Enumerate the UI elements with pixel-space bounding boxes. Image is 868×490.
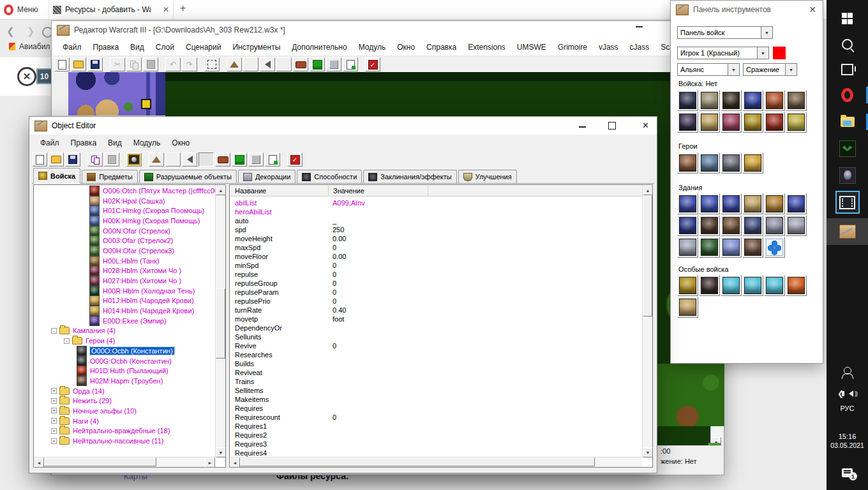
property-row[interactable]: Requires — [230, 405, 642, 413]
scroll-left-icon[interactable]: ◄ — [34, 457, 44, 468]
tab-Предметы[interactable]: Предметы — [82, 170, 138, 183]
menu-Extensions[interactable]: Extensions — [462, 43, 511, 52]
chevron-down-icon[interactable]: ▼ — [728, 64, 739, 75]
scroll-down-icon[interactable]: ▼ — [643, 447, 653, 457]
notification-button[interactable]: 1 — [827, 463, 868, 482]
expand-icon[interactable]: + — [51, 428, 57, 434]
face-button[interactable] — [310, 57, 325, 71]
special-unit-button[interactable] — [677, 275, 698, 296]
tree-unit-row[interactable]: H01D:Huth (Пылающий) — [34, 366, 215, 376]
menu-vJass[interactable]: vJass — [593, 43, 624, 52]
property-row[interactable]: Trains — [230, 378, 642, 387]
helmbox-button[interactable] — [126, 152, 142, 167]
save-button[interactable] — [65, 152, 80, 167]
special-unit-button[interactable] — [721, 275, 742, 296]
tree-unit-row[interactable]: H00L:Hblm (Танк) — [34, 256, 215, 266]
building-button[interactable] — [721, 237, 742, 258]
tree-unit-row[interactable]: O006:Otch (Пятух Мастер (|cffffcc00T — [34, 186, 215, 196]
clock-date[interactable]: 03.05.2021 — [827, 442, 868, 449]
tree-unit-row[interactable]: H027:Hblm (Хитоми Чо ) — [34, 276, 215, 286]
unit-button[interactable] — [764, 90, 785, 111]
tree-unit-row[interactable]: H02M:Hapm (Троубен) — [34, 376, 215, 386]
sound-button[interactable] — [260, 57, 275, 71]
scroll-up-icon[interactable]: ▲ — [643, 185, 653, 195]
helmet-button[interactable] — [276, 57, 292, 71]
tree-folder[interactable]: -Герои (4) — [34, 336, 215, 346]
expand-icon[interactable]: + — [51, 398, 57, 404]
close-icon[interactable]: ✕ — [642, 121, 649, 131]
property-row[interactable]: Researches — [230, 351, 642, 360]
special-unit-button[interactable] — [764, 275, 785, 296]
menu-UMSWE[interactable]: UMSWE — [511, 43, 552, 52]
menu-Дополнительно[interactable]: Дополнительно — [286, 43, 352, 52]
browser-forward-button[interactable]: ❯ — [27, 26, 35, 37]
tab-Улучшения[interactable]: Улучшения — [458, 170, 517, 183]
menu-Справка[interactable]: Справка — [421, 43, 462, 52]
paste-button[interactable] — [143, 57, 158, 71]
unit-button[interactable] — [742, 90, 763, 111]
property-row[interactable]: moveFloor0.00 — [230, 253, 642, 262]
warcraft-editor-titlebar[interactable]: Редактор Warcraft III - [G:\Downloads\Ah… — [52, 21, 724, 39]
tree-unit-row[interactable]: H00K:Hmkg (Скорая Помощь) — [34, 216, 215, 226]
building-button[interactable] — [742, 193, 763, 214]
tree-unit-row[interactable]: O003:Ofar (Стрелок2) — [34, 235, 215, 246]
bookmark-item[interactable]: Авиабил — [9, 42, 50, 51]
menu-Правка[interactable]: Правка — [87, 43, 125, 52]
building-button[interactable] — [764, 215, 785, 236]
unit-button[interactable] — [699, 112, 720, 133]
tree-folder[interactable]: +Наги (4) — [34, 416, 215, 426]
wagon-button[interactable] — [293, 57, 308, 71]
browser-tab[interactable]: Ресурсы - добавить - WarC ✕ — [49, 0, 174, 19]
tree-folder[interactable]: +Ночные эльфы (10) — [34, 406, 215, 416]
expand-icon[interactable]: + — [51, 388, 57, 394]
menu-Вид[interactable]: Вид — [102, 138, 128, 147]
helmet-button[interactable] — [198, 152, 214, 167]
unit-button[interactable] — [742, 112, 763, 133]
menu-cJass[interactable]: cJass — [624, 43, 655, 52]
tree-unit-row[interactable]: O00N:Ofar (Стрелок) — [34, 226, 215, 236]
search-button[interactable] — [827, 31, 868, 57]
tab-Декорации[interactable]: Декорации — [238, 170, 296, 183]
save-button[interactable] — [87, 57, 103, 71]
property-row[interactable]: Requires3 — [230, 440, 642, 449]
property-row[interactable]: Reviveat — [230, 369, 642, 378]
cut-button[interactable]: ✂ — [110, 57, 125, 71]
palette-type-combobox[interactable]: Панель войск ▼ — [677, 26, 773, 39]
special-unit-button[interactable] — [699, 275, 720, 296]
open-button[interactable] — [49, 152, 64, 167]
building-button[interactable] — [677, 237, 698, 258]
tab-Заклинания/эффекты[interactable]: Заклинания/эффекты — [363, 170, 456, 183]
browser-menu-button[interactable]: Меню — [4, 3, 49, 17]
expand-icon[interactable]: + — [51, 438, 57, 444]
tree-unit-row[interactable]: O00H:Ofar (Стрелок3) — [34, 246, 215, 256]
tree-unit-row[interactable]: H02K:Hpal (Сашка) — [34, 196, 215, 206]
scrollbar-thumb[interactable] — [44, 457, 156, 466]
property-row[interactable]: repulse0 — [230, 271, 642, 279]
text-button[interactable] — [243, 57, 258, 71]
object-editor-titlebar[interactable]: Object Editor — [29, 117, 657, 135]
tab-close-icon[interactable]: ✕ — [163, 5, 169, 14]
unit-button[interactable] — [677, 90, 698, 111]
unit-button[interactable] — [677, 112, 698, 133]
taskbar-file-explorer[interactable] — [827, 108, 868, 135]
taskbar-media-app[interactable] — [827, 189, 868, 216]
taskbar-warcraft-portrait[interactable] — [827, 162, 868, 189]
terrain-button[interactable] — [227, 57, 242, 71]
building-button[interactable] — [786, 193, 807, 214]
tree-unit-row[interactable]: H028:Hblm (Хитоми Чо ) — [34, 266, 215, 276]
import-button[interactable] — [265, 152, 280, 167]
tree-horizontal-scrollbar[interactable]: ◄ ► — [34, 457, 215, 467]
property-row[interactable]: Builds — [230, 360, 642, 369]
maximize-icon[interactable] — [608, 122, 616, 130]
extension-x-icon[interactable]: ✕ — [17, 67, 36, 86]
property-row[interactable]: spd250 — [230, 226, 642, 235]
tree-unit-row[interactable]: H01C:Hmkg (Скорая Поомощь) — [34, 205, 215, 216]
building-button[interactable] — [786, 215, 807, 236]
expand-icon[interactable]: + — [51, 418, 57, 424]
collapse-icon[interactable]: - — [64, 338, 70, 344]
unit-button[interactable] — [699, 90, 720, 111]
menu-Модуль[interactable]: Модуль — [353, 43, 392, 52]
people-button[interactable] — [827, 361, 868, 380]
menu-Сценарий[interactable]: Сценарий — [180, 43, 227, 52]
taskbar-opera[interactable] — [827, 82, 868, 108]
